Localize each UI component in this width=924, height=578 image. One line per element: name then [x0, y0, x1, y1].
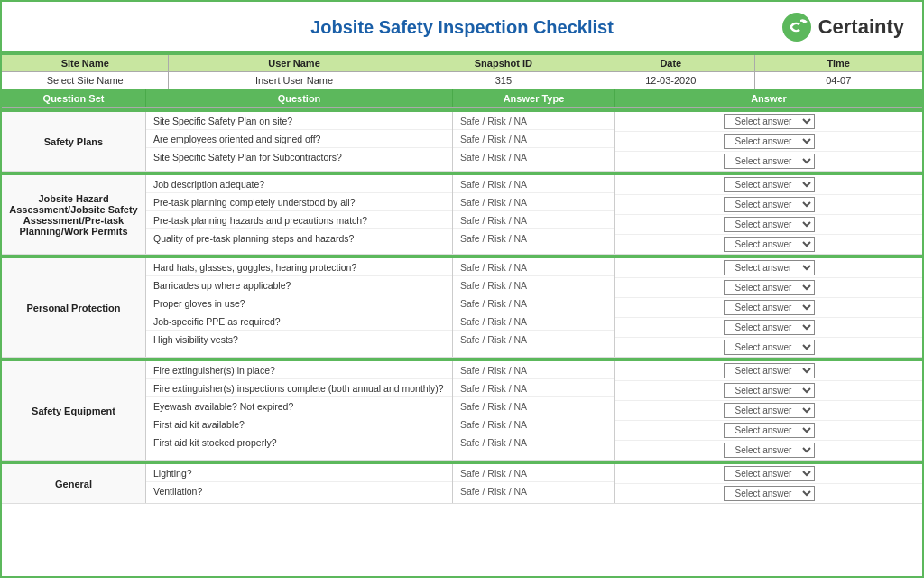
section-row-1: Jobsite Hazard Assessment/Jobsite Safety…	[2, 175, 922, 255]
answer-item-2-2[interactable]: Select answerSafeRiskNA	[615, 298, 922, 318]
answer-type-3-1: Safe / Risk / NA	[453, 379, 614, 397]
answer-item-2-0[interactable]: Select answerSafeRiskNA	[615, 258, 922, 278]
section-row-4: GeneralLighting?Ventilation?Safe / Risk …	[2, 464, 922, 504]
answer-select-4-0[interactable]: Select answerSafeRiskNA	[724, 466, 815, 481]
answer-select-1-2[interactable]: Select answerSafeRiskNA	[724, 217, 815, 232]
answer-item-2-1[interactable]: Select answerSafeRiskNA	[615, 278, 922, 298]
answer-select-0-1[interactable]: Select answerSafeRiskNA	[724, 134, 815, 149]
meta-val-site: Select Site Name	[2, 72, 169, 89]
ch-answer: Answer	[615, 89, 922, 107]
sections-container: Safety PlansSite Specific Safety Plan on…	[2, 108, 922, 504]
answer-item-1-1[interactable]: Select answerSafeRiskNA	[615, 195, 922, 215]
section-name-1: Jobsite Hazard Assessment/Jobsite Safety…	[2, 175, 146, 254]
section-row-3: Safety EquipmentFire extinguisher(s) in …	[2, 361, 922, 461]
answer-type-4-0: Safe / Risk / NA	[453, 464, 614, 482]
svg-point-0	[782, 13, 811, 42]
answer-type-1-2: Safe / Risk / NA	[453, 211, 614, 229]
answer-type-1-0: Safe / Risk / NA	[453, 175, 614, 193]
meta-val-snapshot: 315	[420, 72, 587, 89]
meta-headers-row: Site Name User Name Snapshot ID Date Tim…	[2, 55, 922, 72]
question-3-4: First aid kit stocked properly?	[146, 434, 452, 452]
answer-item-2-4[interactable]: Select answerSafeRiskNA	[615, 338, 922, 357]
answer-type-2-3: Safe / Risk / NA	[453, 312, 614, 331]
answer-select-2-3[interactable]: Select answerSafeRiskNA	[724, 320, 815, 335]
meta-header-site: Site Name	[2, 55, 169, 71]
answer-select-4-1[interactable]: Select answerSafeRiskNA	[724, 486, 815, 501]
answer-item-1-3[interactable]: Select answerSafeRiskNA	[615, 235, 922, 254]
section-row-2: Personal ProtectionHard hats, glasses, g…	[2, 258, 922, 358]
answer-item-3-4[interactable]: Select answerSafeRiskNA	[615, 441, 922, 460]
answer-select-0-0[interactable]: Select answerSafeRiskNA	[724, 114, 815, 129]
answer-item-3-2[interactable]: Select answerSafeRiskNA	[615, 401, 922, 421]
question-2-3: Job-specific PPE as required?	[146, 312, 452, 331]
answer-types-col-4: Safe / Risk / NASafe / Risk / NA	[453, 464, 615, 503]
meta-header-time: Time	[755, 55, 922, 71]
question-0-1: Are employees oriented and signed off?	[146, 130, 452, 148]
questions-col-4: Lighting?Ventilation?	[146, 464, 453, 503]
answer-select-2-0[interactable]: Select answerSafeRiskNA	[724, 260, 815, 275]
header: Jobsite Safety Inspection Checklist Cert…	[2, 2, 922, 51]
answer-item-4-1[interactable]: Select answerSafeRiskNA	[615, 484, 922, 503]
answer-type-0-2: Safe / Risk / NA	[453, 148, 614, 166]
answer-item-3-3[interactable]: Select answerSafeRiskNA	[615, 421, 922, 441]
questions-col-3: Fire extinguisher(s) in place?Fire extin…	[146, 361, 453, 460]
answer-item-3-0[interactable]: Select answerSafeRiskNA	[615, 361, 922, 381]
answer-item-1-2[interactable]: Select answerSafeRiskNA	[615, 215, 922, 235]
answers-col-1: Select answerSafeRiskNASelect answerSafe…	[615, 175, 922, 254]
answer-select-2-1[interactable]: Select answerSafeRiskNA	[724, 280, 815, 295]
answer-type-2-4: Safe / Risk / NA	[453, 331, 614, 349]
question-1-3: Quality of pre-task planning steps and h…	[146, 229, 452, 247]
answer-item-0-0[interactable]: Select answerSafeRiskNA	[615, 112, 922, 132]
answer-item-4-0[interactable]: Select answerSafeRiskNA	[615, 464, 922, 484]
question-2-1: Barricades up where applicable?	[146, 276, 452, 294]
question-4-1: Ventilation?	[146, 482, 452, 500]
questions-col-2: Hard hats, glasses, goggles, hearing pro…	[146, 258, 453, 357]
answer-type-3-0: Safe / Risk / NA	[453, 361, 614, 379]
logo-text: Certainty	[818, 15, 904, 39]
answer-select-1-0[interactable]: Select answerSafeRiskNA	[724, 177, 815, 192]
answer-type-4-1: Safe / Risk / NA	[453, 482, 614, 500]
answer-item-2-3[interactable]: Select answerSafeRiskNA	[615, 318, 922, 338]
answer-type-3-4: Safe / Risk / NA	[453, 434, 614, 452]
answer-item-0-2[interactable]: Select answerSafeRiskNA	[615, 152, 922, 171]
answer-types-col-0: Safe / Risk / NASafe / Risk / NASafe / R…	[453, 112, 615, 171]
answer-select-3-3[interactable]: Select answerSafeRiskNA	[724, 423, 815, 438]
meta-val-user: Insert User Name	[169, 72, 420, 89]
answer-select-3-4[interactable]: Select answerSafeRiskNA	[724, 443, 815, 458]
answer-select-2-2[interactable]: Select answerSafeRiskNA	[724, 300, 815, 315]
question-1-2: Pre-task planning hazards and precaution…	[146, 211, 452, 229]
answer-item-1-0[interactable]: Select answerSafeRiskNA	[615, 175, 922, 195]
answers-col-4: Select answerSafeRiskNASelect answerSafe…	[615, 464, 922, 503]
question-1-0: Job description adequate?	[146, 175, 452, 193]
meta-header-snapshot: Snapshot ID	[420, 55, 587, 71]
answers-col-2: Select answerSafeRiskNASelect answerSafe…	[615, 258, 922, 357]
answer-select-2-4[interactable]: Select answerSafeRiskNA	[724, 340, 815, 355]
answer-type-0-0: Safe / Risk / NA	[453, 112, 614, 130]
answer-select-1-3[interactable]: Select answerSafeRiskNA	[724, 237, 815, 252]
answer-item-3-1[interactable]: Select answerSafeRiskNA	[615, 381, 922, 401]
section-row-0: Safety PlansSite Specific Safety Plan on…	[2, 112, 922, 172]
questions-col-0: Site Specific Safety Plan on site?Are em…	[146, 112, 453, 171]
meta-val-time: 04-07	[755, 72, 922, 89]
question-4-0: Lighting?	[146, 464, 452, 482]
answer-type-3-2: Safe / Risk / NA	[453, 397, 614, 415]
answer-select-0-2[interactable]: Select answerSafeRiskNA	[724, 154, 815, 169]
questions-col-1: Job description adequate?Pre-task planni…	[146, 175, 453, 254]
answer-type-3-3: Safe / Risk / NA	[453, 415, 614, 434]
page-title: Jobsite Safety Inspection Checklist	[164, 17, 760, 38]
answer-select-1-1[interactable]: Select answerSafeRiskNA	[724, 197, 815, 212]
section-name-0: Safety Plans	[2, 112, 146, 171]
answer-select-3-2[interactable]: Select answerSafeRiskNA	[724, 403, 815, 418]
section-name-2: Personal Protection	[2, 258, 146, 357]
answer-select-3-0[interactable]: Select answerSafeRiskNA	[724, 363, 815, 378]
answer-select-3-1[interactable]: Select answerSafeRiskNA	[724, 383, 815, 398]
answers-col-3: Select answerSafeRiskNASelect answerSafe…	[615, 361, 922, 460]
answer-types-col-2: Safe / Risk / NASafe / Risk / NASafe / R…	[453, 258, 615, 357]
answer-types-col-3: Safe / Risk / NASafe / Risk / NASafe / R…	[453, 361, 615, 460]
ch-question-set: Question Set	[2, 89, 146, 107]
question-0-2: Site Specific Safety Plan for Subcontrac…	[146, 148, 452, 166]
answer-type-0-1: Safe / Risk / NA	[453, 130, 614, 148]
section-name-4: General	[2, 464, 146, 503]
answer-type-1-3: Safe / Risk / NA	[453, 229, 614, 247]
answer-item-0-1[interactable]: Select answerSafeRiskNA	[615, 132, 922, 152]
